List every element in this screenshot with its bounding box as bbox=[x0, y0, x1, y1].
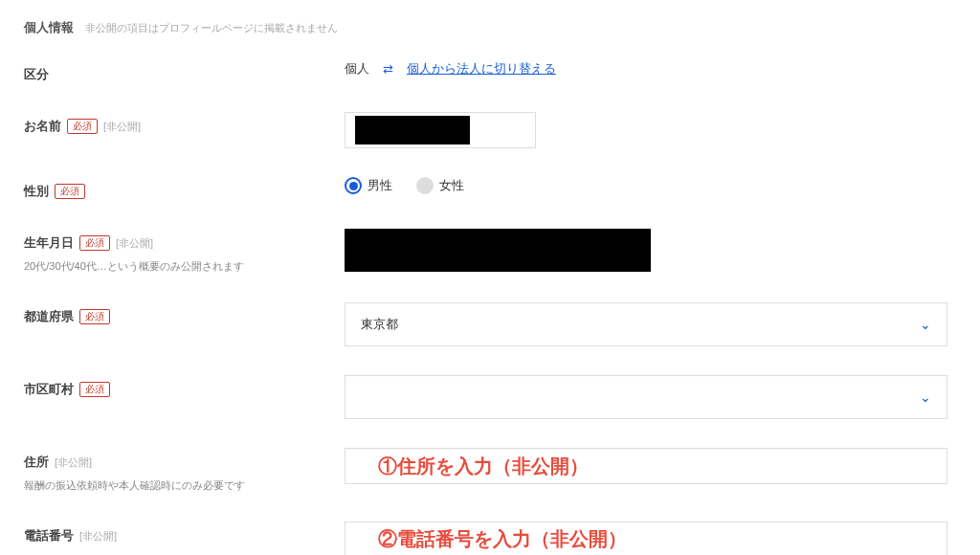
swap-icon: ⇄ bbox=[383, 62, 393, 77]
section-note: 非公開の項目はプロフィールページに掲載されません bbox=[85, 21, 338, 35]
row-phone: 電話番号 [非公開] ②電話番号を入力（非公開） bbox=[24, 522, 956, 555]
row-name: お名前 必須 [非公開] bbox=[24, 112, 956, 148]
required-badge: 必須 bbox=[67, 119, 98, 134]
required-badge: 必須 bbox=[55, 184, 85, 199]
section-title: 個人情報 bbox=[24, 19, 74, 36]
row-type: 区分 個人 ⇄ 個人から法人に切り替える bbox=[24, 60, 956, 83]
name-label: お名前 bbox=[24, 118, 61, 135]
redacted-name bbox=[355, 116, 470, 144]
type-switch-link[interactable]: 個人から法人に切り替える bbox=[407, 60, 556, 78]
radio-female[interactable]: 女性 bbox=[416, 177, 464, 194]
type-label: 区分 bbox=[24, 66, 49, 83]
row-birth: 生年月日 必須 [非公開] 20代/30代/40代…という概要のみ公開されます bbox=[24, 229, 956, 274]
address-hint: 報酬の振込依頼時や本人確認時にのみ必要です bbox=[24, 478, 345, 493]
birth-hint: 20代/30代/40代…という概要のみ公開されます bbox=[24, 259, 345, 274]
city-label: 市区町村 bbox=[24, 381, 74, 398]
row-city: 市区町村 必須 ⌄ bbox=[24, 375, 956, 419]
phone-input[interactable] bbox=[345, 522, 947, 555]
private-tag: [非公開] bbox=[103, 120, 141, 134]
private-tag: [非公開] bbox=[55, 455, 92, 470]
address-label: 住所 bbox=[24, 454, 49, 471]
row-pref: 都道府県 必須 東京都 ⌄ bbox=[24, 302, 956, 346]
section-header: 個人情報 非公開の項目はプロフィールページに掲載されません bbox=[24, 19, 956, 36]
required-badge: 必須 bbox=[79, 235, 110, 251]
pref-select[interactable]: 東京都 ⌄ bbox=[345, 302, 947, 346]
required-badge: 必須 bbox=[79, 309, 110, 324]
required-badge: 必須 bbox=[79, 382, 110, 397]
radio-icon-unchecked bbox=[416, 177, 434, 194]
radio-male-label: 男性 bbox=[368, 177, 392, 194]
address-input[interactable] bbox=[345, 448, 947, 484]
row-address: 住所 [非公開] 報酬の振込依頼時や本人確認時にのみ必要です ①住所を入力（非公… bbox=[24, 448, 956, 493]
phone-label: 電話番号 bbox=[24, 527, 74, 544]
redacted-birth bbox=[345, 229, 651, 272]
radio-female-label: 女性 bbox=[439, 177, 464, 194]
pref-label: 都道府県 bbox=[24, 308, 74, 325]
private-tag: [非公開] bbox=[79, 529, 117, 544]
type-value: 個人 bbox=[345, 60, 369, 78]
name-input[interactable] bbox=[345, 112, 536, 148]
chevron-down-icon: ⌄ bbox=[920, 389, 931, 405]
radio-male[interactable]: 男性 bbox=[345, 177, 392, 194]
gender-label: 性別 bbox=[24, 183, 49, 200]
city-select[interactable]: ⌄ bbox=[345, 375, 947, 419]
birth-label: 生年月日 bbox=[24, 234, 74, 252]
row-gender: 性別 必須 男性 女性 bbox=[24, 177, 956, 200]
radio-icon-checked bbox=[345, 177, 362, 194]
private-tag: [非公開] bbox=[116, 236, 153, 251]
chevron-down-icon: ⌄ bbox=[920, 317, 931, 332]
pref-value: 東京都 bbox=[361, 316, 398, 333]
